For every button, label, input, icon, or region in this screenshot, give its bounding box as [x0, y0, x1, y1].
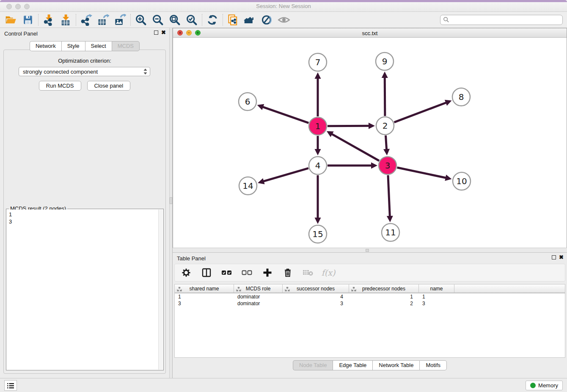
node-table[interactable]: shared nameMCDS rolesuccessor nodesprede… — [174, 284, 565, 358]
graph-node-label: 7 — [315, 57, 321, 67]
table-cell[interactable]: dominator — [234, 300, 283, 307]
import-network-icon[interactable] — [40, 13, 57, 27]
save-session-icon[interactable] — [19, 13, 36, 27]
table-row[interactable]: 3dominator323 — [175, 300, 565, 307]
graph-edge-1-2[interactable] — [328, 126, 370, 126]
table-panel: Table Panel ✖ — [173, 253, 567, 378]
first-neighbors-icon[interactable] — [242, 13, 259, 27]
add-column-icon[interactable] — [262, 267, 273, 278]
column-header-name[interactable]: name — [419, 284, 454, 293]
graph-node-label: 2 — [383, 121, 388, 131]
column-label: name — [430, 286, 443, 292]
column-header-predecessor-nodes[interactable]: predecessor nodes — [349, 284, 419, 293]
graph-edge-2-3[interactable] — [385, 135, 386, 150]
control-panel-tabs: Network Style Select MCDS — [0, 41, 169, 51]
mcds-result-line: 1 — [9, 211, 158, 218]
close-panel-button[interactable]: Close panel — [87, 81, 131, 91]
graph-edge-2-9[interactable] — [385, 77, 385, 116]
table-cell[interactable]: 2 — [349, 300, 419, 307]
close-panel-icon[interactable]: ✖ — [161, 30, 166, 35]
open-session-icon[interactable] — [3, 13, 19, 27]
vertical-split-divider[interactable] — [169, 28, 173, 378]
search-field[interactable] — [440, 15, 563, 25]
control-panel: Control Panel ✖ Network Style Select MCD… — [0, 28, 169, 378]
table-cell[interactable]: 4 — [283, 293, 349, 300]
horizontal-split-divider[interactable] — [173, 248, 567, 253]
graph-arrowhead — [258, 178, 264, 184]
zoom-fit-icon[interactable] — [166, 13, 183, 27]
graph-edge-2-8[interactable] — [394, 102, 447, 122]
tab-edge-table[interactable]: Edge Table — [333, 360, 372, 370]
float-panel-icon[interactable] — [552, 255, 556, 259]
import-table-icon[interactable] — [57, 13, 74, 27]
table-cell[interactable]: 1 — [175, 293, 234, 300]
criterion-value: strongly connected component — [23, 69, 98, 75]
zoom-out-icon[interactable] — [149, 13, 166, 27]
tab-motifs[interactable]: Motifs — [419, 360, 447, 370]
titlebar-accent — [0, 0, 567, 2]
zoom-in-icon[interactable] — [132, 13, 149, 27]
run-mcds-button[interactable]: Run MCDS — [39, 81, 81, 91]
table-cell[interactable]: 3 — [419, 300, 454, 307]
network-graph[interactable]: 7968124314101511 — [173, 38, 567, 248]
graph-arrowhead — [315, 149, 321, 155]
table-cell[interactable]: 3 — [283, 300, 349, 307]
graph-edge-4-14[interactable] — [263, 168, 308, 182]
graph-edge-1-6[interactable] — [262, 107, 308, 123]
deselect-all-rows-icon[interactable] — [242, 267, 253, 278]
export-table-icon[interactable] — [95, 13, 112, 27]
search-input[interactable] — [451, 17, 560, 23]
table-row[interactable]: 1dominator411 — [175, 293, 565, 300]
search-icon — [443, 17, 449, 23]
memory-button[interactable]: Memory — [526, 381, 563, 390]
table-panel-title: Table Panel — [177, 255, 206, 262]
tab-mcds[interactable]: MCDS — [112, 41, 140, 51]
settings-gear-icon[interactable] — [181, 267, 192, 278]
task-history-button[interactable] — [4, 380, 17, 391]
graph-arrowhead — [315, 218, 321, 224]
tab-select[interactable]: Select — [85, 41, 112, 51]
hide-details-icon[interactable] — [259, 13, 275, 27]
toggle-panel-columns-icon[interactable] — [201, 267, 212, 278]
mcds-result-group: MCDS result (2 nodes) 13 — [6, 209, 164, 370]
delete-column-icon[interactable] — [282, 267, 293, 278]
close-panel-icon[interactable]: ✖ — [559, 255, 564, 259]
select-all-rows-icon[interactable] — [221, 267, 232, 278]
zoom-selected-icon[interactable] — [183, 13, 200, 27]
table-cell[interactable]: 3 — [175, 300, 234, 307]
result-scrollbar[interactable] — [158, 210, 163, 370]
table-cell[interactable]: dominator — [234, 293, 283, 300]
column-header-shared-name[interactable]: shared name — [175, 284, 234, 293]
tab-network-table[interactable]: Network Table — [372, 360, 419, 370]
optimization-criterion-label: Optimization criterion: — [0, 58, 169, 64]
toolbar-separator — [38, 14, 39, 26]
mcds-result-list[interactable]: 13 — [7, 210, 158, 370]
main-toolbar — [0, 12, 567, 28]
refresh-icon[interactable] — [204, 13, 221, 27]
table-cell[interactable]: 1 — [349, 293, 419, 300]
divider-grip[interactable] — [170, 197, 172, 204]
delete-table-icon[interactable] — [303, 267, 314, 278]
column-header-MCDS-role[interactable]: MCDS role — [234, 284, 283, 293]
graph-edge-3-1[interactable] — [331, 134, 379, 161]
float-panel-icon[interactable] — [154, 30, 158, 35]
graph-edge-3-10[interactable] — [397, 168, 447, 178]
network-canvas[interactable]: 7968124314101511 — [173, 38, 567, 248]
tab-style[interactable]: Style — [61, 41, 85, 51]
network-window-titlebar[interactable]: × − + scc.txt — [173, 28, 567, 38]
criterion-select[interactable]: strongly connected component — [19, 67, 150, 76]
table-cell[interactable]: 1 — [419, 293, 454, 300]
status-bar: Memory — [0, 378, 567, 392]
tab-network[interactable]: Network — [30, 41, 61, 51]
column-header-successor-nodes[interactable]: successor nodes — [283, 284, 349, 293]
graph-node-label: 6 — [245, 97, 250, 107]
graph-edge-3-11[interactable] — [388, 175, 390, 217]
tab-node-table[interactable]: Node Table — [293, 360, 333, 370]
hierarchy-icon — [351, 287, 356, 292]
export-image-icon[interactable] — [112, 13, 129, 27]
divider-grip[interactable] — [366, 249, 369, 252]
export-network-icon[interactable] — [78, 13, 95, 27]
show-details-icon[interactable] — [275, 13, 292, 27]
network-file-icon[interactable] — [225, 13, 242, 27]
function-builder-icon[interactable]: f(x) — [323, 267, 334, 278]
